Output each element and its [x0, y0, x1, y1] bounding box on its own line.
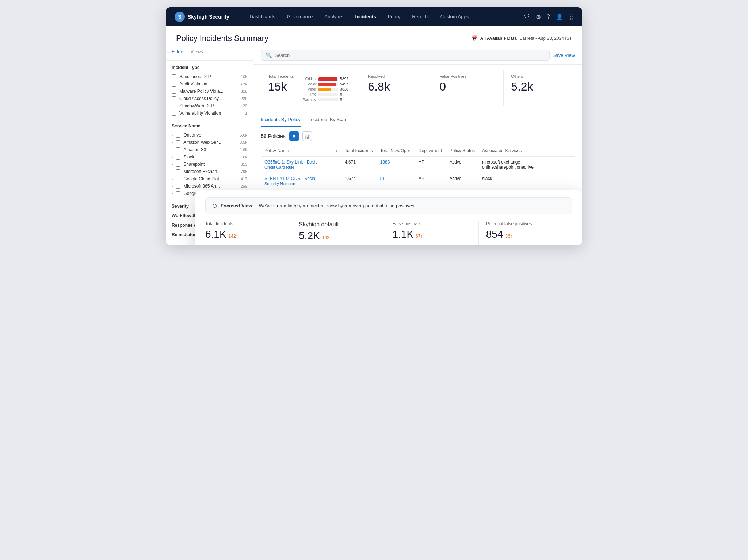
col-deployment[interactable]: Deployment — [415, 145, 446, 157]
expand-google-drive[interactable]: › — [172, 192, 173, 196]
amazon-s3-checkbox[interactable] — [176, 147, 180, 152]
bar-minor-track — [318, 88, 338, 91]
bar-critical: Critical 5892 — [301, 77, 353, 81]
audit-violation-checkbox[interactable] — [172, 82, 176, 87]
focused-skyhigh-num: 5.2K — [299, 230, 320, 242]
bar-major-value: 5497 — [340, 82, 353, 86]
others-card: Others 5.2k — [504, 70, 575, 106]
col-total-incidents[interactable]: Total Incidents — [341, 145, 377, 157]
focused-false-positives-delta: 67↑ — [416, 234, 423, 239]
status-cell-0: Active — [446, 157, 478, 173]
nav-reports[interactable]: Reports — [406, 7, 435, 26]
tab-incidents-by-policy[interactable]: Incidents By Policy — [261, 117, 301, 127]
bar-info: Info 0 — [301, 92, 353, 96]
sidebar-tab-views[interactable]: Views — [190, 49, 203, 57]
expand-microsoft-exchange[interactable]: › — [172, 170, 173, 174]
google-cloud-count: 417 — [241, 177, 247, 181]
shield-icon[interactable]: 🛡 — [524, 14, 530, 20]
tab-incidents-by-scan[interactable]: Incidents By Scan — [309, 117, 347, 127]
col-policy-name[interactable]: Policy Name — [261, 145, 332, 157]
service-name-section: Service Name › Onedrive 5.6k › Amazon We… — [166, 123, 253, 201]
others-label: Others — [511, 74, 568, 78]
nav-policy[interactable]: Policy — [382, 7, 407, 26]
list-view-icon[interactable]: ≡ — [289, 131, 299, 141]
microsoft-365-count: 259 — [241, 184, 247, 188]
nav-analytics[interactable]: Analytics — [319, 7, 350, 26]
resolved-value: 6.8k — [368, 80, 424, 93]
filter-microsoft-exchange: › Microsoft Exchan... 765 — [172, 168, 247, 175]
sidebar-tab-filters[interactable]: Filters — [172, 49, 184, 57]
amazon-web-count: 3.5k — [240, 140, 247, 145]
bar-critical-fill — [318, 77, 337, 81]
date-range: 📅 All Available Data Earliest - Aug 23, … — [471, 35, 572, 41]
filter-audit-violation: Audit Violation 3.7k — [172, 80, 247, 88]
table-header-row: Policy Name ↓ Total Incidents Total New/… — [261, 145, 575, 157]
filter-vulnerability: Vulnerability Violation 1 — [172, 110, 247, 117]
amazon-s3-label: Amazon S3 — [183, 147, 237, 152]
expand-slack[interactable]: › — [172, 155, 173, 159]
save-view-button[interactable]: Save View — [553, 53, 575, 58]
shadow-dlp-checkbox[interactable] — [172, 104, 176, 108]
focused-total-incidents: Total Incidents 6.1K 142↑ — [205, 221, 291, 245]
policies-count-badge: 56 — [261, 133, 267, 139]
policy-sub-0: Credit Card Rule — [264, 165, 294, 169]
sidebar-collapse-button[interactable]: ‹ — [166, 51, 169, 59]
col-new-open[interactable]: Total New/Open — [377, 145, 415, 157]
expand-microsoft-365[interactable]: › — [172, 184, 173, 188]
expand-sharepoint[interactable]: › — [172, 162, 173, 166]
microsoft-365-checkbox[interactable] — [176, 184, 180, 189]
date-range-text: Earliest - Aug 23, 2024 IST — [520, 36, 572, 41]
google-drive-checkbox[interactable] — [176, 191, 180, 196]
bar-warning-track — [318, 98, 338, 101]
cloud-access-label: Cloud Access Policy ... — [179, 96, 238, 101]
grid-icon[interactable]: ⣿ — [569, 14, 573, 20]
focused-potential-false-positives: Potential false positives 854 36↑ — [479, 221, 572, 245]
amazon-web-checkbox[interactable] — [176, 140, 180, 145]
false-positives-value: 0 — [439, 80, 496, 93]
focused-skyhigh-label-text: Skyhigh default — [299, 221, 339, 227]
col-policy-status[interactable]: Policy Status — [446, 145, 478, 157]
nav-dashboards[interactable]: Dashboards — [244, 7, 281, 26]
col-sort-arrow[interactable]: ↓ — [332, 145, 341, 157]
policy-name-cell-0[interactable]: O365#1-1: Sky Link - Basic Credit Card R… — [261, 157, 332, 173]
expand-onedrive[interactable]: › — [172, 133, 173, 137]
total-incidents-cell-0: 4,671 — [341, 157, 377, 173]
date-label: All Available Data — [480, 36, 517, 41]
policy-name-cell-1[interactable]: SLENT #1-0: ODS - Social Security Number… — [261, 173, 332, 189]
nav-incidents[interactable]: Incidents — [350, 7, 382, 26]
sharepoint-checkbox[interactable] — [176, 162, 180, 167]
shadow-dlp-label: ShadowWeb DLP — [179, 103, 240, 108]
sanctioned-dlp-label: Sanctioned DLP — [179, 74, 238, 79]
focused-total-delta: 142↑ — [229, 234, 238, 239]
focused-view-banner-text: We've streamlined your incident view by … — [259, 203, 415, 208]
filter-shadow-dlp: ShadowWeb DLP 26 — [172, 102, 247, 110]
logo: S Skyhigh Security — [175, 12, 229, 22]
search-input[interactable] — [275, 53, 545, 58]
help-icon[interactable]: ? — [547, 14, 550, 20]
user-icon[interactable]: 👤 — [556, 14, 563, 20]
microsoft-exchange-checkbox[interactable] — [176, 169, 180, 174]
expand-amazon-s3[interactable]: › — [172, 148, 173, 152]
malware-policy-checkbox[interactable] — [172, 89, 176, 94]
slack-checkbox[interactable] — [176, 155, 180, 160]
gear-icon[interactable]: ⚙ — [536, 14, 541, 20]
vulnerability-checkbox[interactable] — [172, 111, 176, 116]
cloud-access-checkbox[interactable] — [172, 96, 176, 101]
nav-governance[interactable]: Governance — [281, 7, 319, 26]
filter-cloud-access: Cloud Access Policy ... 229 — [172, 95, 247, 102]
bar-info-track — [318, 93, 338, 96]
nav-custom-apps[interactable]: Custom Apps — [435, 7, 474, 26]
filter-google-cloud: › Google Cloud Plat... 417 — [172, 175, 247, 183]
new-open-cell-0: 1883 — [377, 157, 415, 173]
table-row: O365#1-1: Sky Link - Basic Credit Card R… — [261, 157, 575, 173]
expand-amazon-web[interactable]: › — [172, 141, 173, 145]
col-associated-services[interactable]: Associated Services — [478, 145, 575, 157]
microsoft-exchange-label: Microsoft Exchan... — [183, 169, 237, 174]
chart-view-icon[interactable]: 📊 — [302, 131, 312, 141]
search-icon: 🔍 — [266, 52, 272, 58]
skyhigh-underline — [299, 245, 377, 245]
sanctioned-dlp-checkbox[interactable] — [172, 74, 176, 79]
expand-google-cloud[interactable]: › — [172, 177, 173, 181]
google-cloud-checkbox[interactable] — [176, 177, 180, 181]
onedrive-checkbox[interactable] — [176, 133, 180, 138]
